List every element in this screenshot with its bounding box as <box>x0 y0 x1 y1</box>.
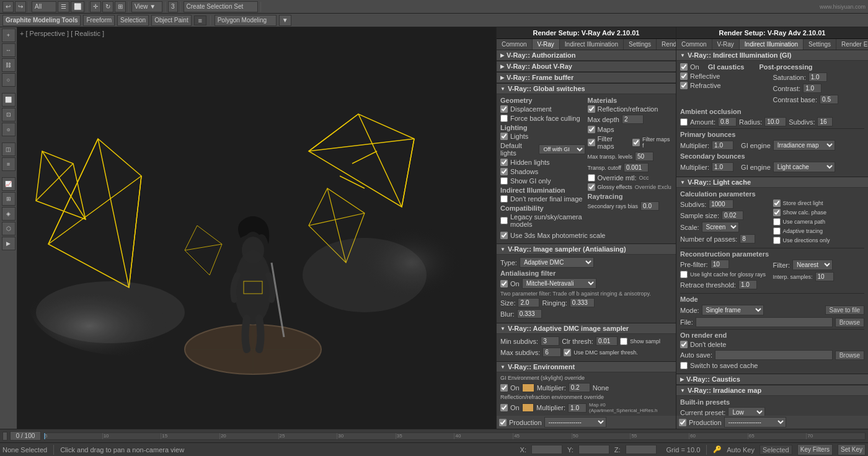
link-tool-btn[interactable]: ⛓ <box>2 58 16 72</box>
ao-radius-input[interactable] <box>764 117 786 126</box>
force-back-cb[interactable] <box>500 115 508 122</box>
aa-on-cb[interactable] <box>500 280 508 287</box>
z-coord[interactable] <box>626 445 657 454</box>
gi-mult-input[interactable] <box>569 383 590 392</box>
ao-amount-input[interactable] <box>718 117 737 126</box>
production-cb-left[interactable] <box>499 419 507 426</box>
save-to-file-btn[interactable]: Save to file <box>825 305 864 315</box>
lc-header[interactable]: ▼ V-Ray:: Light cache <box>676 177 868 188</box>
reflection-cb[interactable] <box>588 105 595 113</box>
browse-btn-lc[interactable]: Browse <box>835 318 864 327</box>
gi-on-main-cb[interactable] <box>680 63 688 71</box>
clr-thresh-input[interactable] <box>596 336 618 346</box>
switch-saved-cb[interactable] <box>680 362 688 369</box>
tab-common-right[interactable]: Common <box>676 39 712 50</box>
use-cam-cb[interactable] <box>773 218 781 226</box>
reflective-cb[interactable] <box>680 72 688 80</box>
adaptive-cb[interactable] <box>773 227 781 235</box>
gi-on-cb[interactable] <box>500 384 508 392</box>
select-by-name-btn[interactable]: ☰ <box>58 1 69 12</box>
pre-filter-input[interactable] <box>711 260 729 269</box>
render-to-texture-btn[interactable]: ⬡ <box>2 222 16 235</box>
selection-btn[interactable]: Selection <box>117 15 149 26</box>
refl-on-cb[interactable] <box>500 404 508 411</box>
scale-btn[interactable]: ⊞ <box>115 1 126 12</box>
override-mtl-cb[interactable] <box>588 174 595 182</box>
create-selection-btn[interactable]: Create Selection Set <box>184 1 258 12</box>
lc-subdivs-input[interactable] <box>709 200 733 209</box>
lasso-btn[interactable]: ⌾ <box>2 123 16 136</box>
displacement-cb[interactable] <box>500 105 508 113</box>
refl-mult-input[interactable] <box>568 403 587 413</box>
schematic-btn[interactable]: ⊞ <box>2 192 16 206</box>
select-obj-btn[interactable]: ⬜ <box>2 93 16 107</box>
curve-editor-btn[interactable]: 📈 <box>2 177 16 191</box>
glossy-cb[interactable] <box>588 183 595 191</box>
rotate-btn[interactable]: ↻ <box>102 1 113 12</box>
secondary-gi-select[interactable]: Light cache <box>773 162 835 172</box>
mirror-btn[interactable]: ◫ <box>2 142 16 156</box>
shadows-cb[interactable] <box>500 168 508 175</box>
expand-btn[interactable]: ≡ <box>194 15 206 25</box>
min-subdivs-input[interactable] <box>541 336 559 346</box>
about-header[interactable]: ▶ V-Ray:: About V-Ray <box>497 61 676 72</box>
show-calc-cb[interactable] <box>773 209 781 216</box>
key-filters-btn[interactable]: Key Filters <box>797 444 833 455</box>
adaptive-dmc-header[interactable]: ▼ V-Ray:: Adaptive DMC image sampler <box>497 323 676 334</box>
auto-save-input[interactable] <box>715 350 833 360</box>
material-btn[interactable]: ◈ <box>2 207 16 221</box>
gi-color-swatch[interactable] <box>522 384 534 392</box>
ringing-input[interactable] <box>570 298 595 307</box>
undo-btn[interactable]: ↩ <box>2 1 14 12</box>
retrace-input[interactable] <box>738 280 757 289</box>
ao-cb[interactable] <box>680 118 688 126</box>
image-sampler-header[interactable]: ▼ V-Ray:: Image sampler (Antialiasing) <box>497 244 676 255</box>
filter-select[interactable]: Nearest <box>792 260 833 270</box>
refl-color-swatch[interactable] <box>522 403 534 412</box>
ref-coord-btn[interactable]: View ▼ <box>131 1 162 12</box>
primary-mult-input[interactable] <box>712 141 733 150</box>
max-depth-input[interactable] <box>622 115 644 124</box>
polygon-mode-arrow-btn[interactable]: ▼ <box>279 15 291 26</box>
tab-settings-left[interactable]: Settings <box>624 39 657 50</box>
freeform-btn[interactable]: Freeform <box>83 15 115 26</box>
transp-cutoff-input[interactable] <box>624 163 649 172</box>
aa-filter-select[interactable]: Mitchell-Netravali <box>522 278 596 289</box>
object-paint-btn[interactable]: Object Paint <box>151 15 191 26</box>
secondary-bias-input[interactable] <box>640 201 659 211</box>
tab-indirect-right[interactable]: Indirect Illumination <box>740 39 804 50</box>
redo-btn[interactable]: ↪ <box>15 1 26 12</box>
tab-settings-right[interactable]: Settings <box>804 39 836 50</box>
use-light-glossy-cb[interactable] <box>680 271 688 278</box>
y-coord[interactable] <box>578 445 609 454</box>
filter-maps2-cb[interactable] <box>632 139 640 146</box>
mode-select-lc[interactable]: Single frame <box>702 305 764 315</box>
preset-select-left[interactable]: ---------------- <box>544 417 606 428</box>
maps-cb[interactable] <box>588 126 595 133</box>
secondary-mult-input[interactable] <box>712 162 733 172</box>
timeline-play-btn[interactable] <box>2 432 7 441</box>
authorization-header[interactable]: ▶ V-Ray:: Authorization <box>497 50 676 61</box>
contrast-input[interactable] <box>803 84 822 93</box>
gi-header[interactable]: ▼ V-Ray:: Indirect Illumination (GI) <box>676 50 868 61</box>
tab-vray-left[interactable]: V-Ray <box>533 39 560 50</box>
graphite-btn[interactable]: Graphite Modeling Tools <box>2 15 81 26</box>
use-3ds-cb[interactable] <box>500 232 508 239</box>
setkey-btn[interactable]: Set Key <box>838 444 866 455</box>
use-dmc-cb[interactable] <box>564 349 571 356</box>
bind-tool-btn[interactable]: ○ <box>2 73 16 87</box>
store-direct-cb[interactable] <box>773 200 781 207</box>
timeline-track[interactable]: 5 10 15 20 25 30 35 40 45 50 55 60 65 70 <box>43 432 866 440</box>
ao-subdivs-input[interactable] <box>817 117 833 126</box>
default-lights-select[interactable]: Off with GI <box>539 144 585 154</box>
transform-tool-btn[interactable]: ↔ <box>2 43 16 57</box>
polygon-mode-btn[interactable]: Polygon Modeling <box>215 15 277 26</box>
file-input[interactable] <box>696 317 833 327</box>
num-btn[interactable]: 3 <box>168 1 178 12</box>
select-filter-btn[interactable]: All <box>32 1 56 12</box>
irrad-header[interactable]: ▼ V-Ray:: Irradiance map <box>676 385 868 396</box>
tab-common-left[interactable]: Common <box>497 39 533 50</box>
max-subdivs-input[interactable] <box>542 348 561 357</box>
scale-select[interactable]: Screen <box>702 222 739 232</box>
global-switches-header[interactable]: ▼ V-Ray:: Global switches <box>497 84 676 94</box>
